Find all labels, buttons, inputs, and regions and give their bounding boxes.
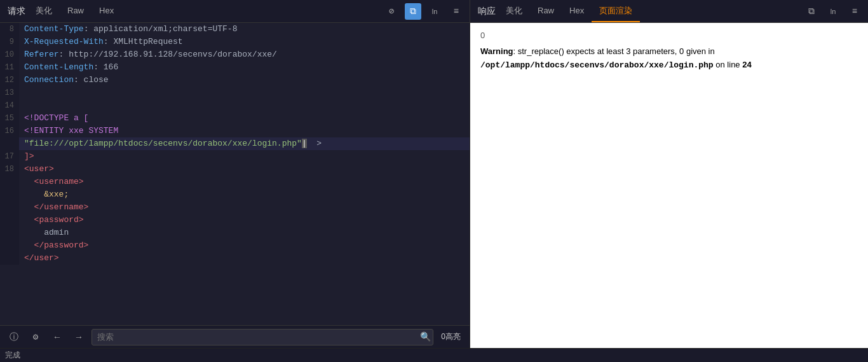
menu-icon-right[interactable]: ≡ — [846, 3, 863, 20]
table-row: 15 <!DOCTYPE a [ — [0, 112, 470, 125]
table-row: </password> — [0, 239, 470, 252]
table-row: admin — [0, 226, 470, 239]
table-row: <username> — [0, 176, 470, 188]
response-content: 0 Warning: str_replace() expects at leas… — [470, 23, 868, 348]
table-row: 13 — [0, 87, 470, 99]
response-zero: 0 — [480, 31, 858, 40]
right-panel: 响应 美化 Raw Hex 页面渲染 ⧉ ln ≡ 0 Warning: str… — [470, 0, 868, 348]
warning-text: Warning: str_replace() expects at least … — [480, 45, 858, 73]
table-row: 12 Connection: close — [0, 74, 470, 87]
table-row: &xxe; — [0, 188, 470, 201]
table-row: 18 <user> — [0, 163, 470, 176]
tab-beautify-left[interactable]: 美化 — [28, 0, 60, 22]
left-toolbar-icons: ⊘ ⧉ ln ≡ — [383, 3, 465, 20]
warning-path: /opt/lampp/htdocs/secenvs/dorabox/xxe/lo… — [480, 60, 714, 70]
left-panel-title: 请求 — [5, 6, 28, 17]
tab-raw-left[interactable]: Raw — [60, 0, 92, 22]
right-tab-bar: 美化 Raw Hex 页面渲染 — [498, 0, 803, 22]
tab-raw-right[interactable]: Raw — [530, 0, 562, 22]
highlight-count: 0高亮 — [437, 331, 465, 342]
search-button[interactable]: 🔍 — [420, 331, 431, 342]
table-row: </username> — [0, 201, 470, 214]
no-show-icon[interactable]: ⊘ — [383, 3, 400, 20]
copy-icon-right[interactable]: ⧉ — [803, 3, 820, 20]
left-panel-header: 请求 美化 Raw Hex ⊘ ⧉ ln ≡ — [0, 0, 470, 23]
warning-line: 24 — [742, 60, 751, 69]
left-bottom-toolbar: ⓘ ⚙ ← → 🔍 0高亮 — [0, 325, 470, 348]
search-wrapper: 🔍 — [92, 329, 433, 345]
table-row: <password> — [0, 214, 470, 226]
left-panel: 请求 美化 Raw Hex ⊘ ⧉ ln ≡ 8 Content-Type: a… — [0, 0, 470, 348]
code-lines: 8 Content-Type: application/xml;charset=… — [0, 23, 470, 325]
warning-label: Warning — [480, 46, 513, 56]
table-row: "file:///opt/lampp/htdocs/secenvs/dorabo… — [0, 137, 470, 150]
info-icon[interactable]: ⓘ — [5, 328, 23, 346]
copy-icon-left[interactable]: ⧉ — [405, 3, 421, 20]
tab-beautify-right[interactable]: 美化 — [498, 0, 530, 22]
ln-icon-right[interactable]: ln — [825, 3, 841, 20]
tab-render-right[interactable]: 页面渲染 — [592, 0, 640, 22]
right-toolbar-icons: ⧉ ln ≡ — [803, 3, 863, 20]
ln-icon-left[interactable]: ln — [426, 3, 443, 20]
forward-icon[interactable]: → — [70, 328, 88, 346]
table-row: 9 X-Requested-With: XMLHttpRequest — [0, 36, 470, 48]
table-row: 17 ]> — [0, 150, 470, 163]
tab-hex-right[interactable]: Hex — [562, 0, 592, 22]
tab-hex-left[interactable]: Hex — [92, 0, 121, 22]
right-panel-header: 响应 美化 Raw Hex 页面渲染 ⧉ ln ≡ — [470, 0, 868, 23]
warning-message: : str_replace() expects at least 3 param… — [513, 46, 715, 56]
search-input[interactable] — [92, 329, 433, 345]
table-row: 11 Content-Length: 166 — [0, 61, 470, 74]
table-row: 14 — [0, 99, 470, 112]
table-row: 8 Content-Type: application/xml;charset=… — [0, 23, 470, 36]
left-tab-bar: 美化 Raw Hex — [28, 0, 383, 22]
warning-on: on line — [714, 60, 743, 69]
table-row: 10 Referer: http://192.168.91.128/secenv… — [0, 48, 470, 61]
menu-icon-left[interactable]: ≡ — [448, 3, 465, 20]
settings-icon[interactable]: ⚙ — [27, 328, 44, 346]
left-code-area: 8 Content-Type: application/xml;charset=… — [0, 23, 470, 325]
table-row: </user> — [0, 252, 470, 265]
status-text: 完成 — [5, 350, 20, 361]
back-icon[interactable]: ← — [48, 328, 66, 346]
table-row: 16 <!ENTITY xxe SYSTEM — [0, 125, 470, 137]
right-panel-title: 响应 — [475, 6, 498, 17]
status-bar: 完成 — [0, 348, 868, 362]
